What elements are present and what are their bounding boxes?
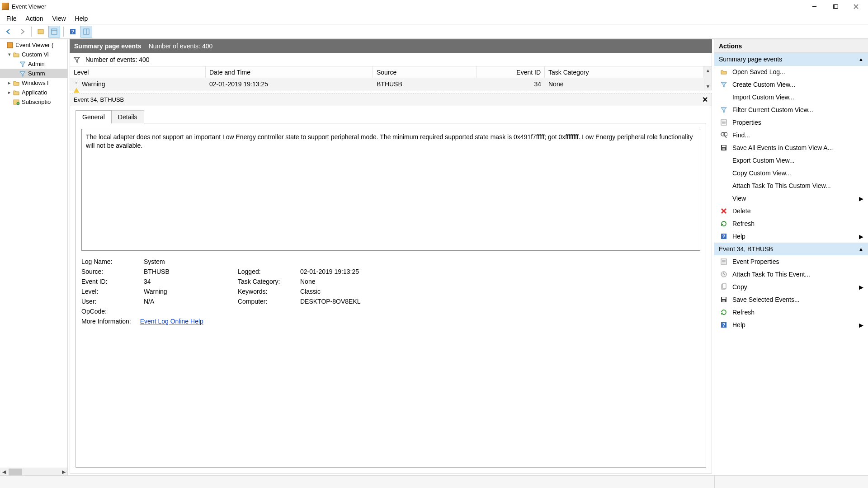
scroll-up-icon[interactable]: ▲ xyxy=(704,66,712,74)
action-label: Help xyxy=(732,321,745,328)
tree-pane: Event Viewer ( ▾Custom ViAdminSumm▸Windo… xyxy=(0,39,68,475)
scroll-thumb[interactable] xyxy=(9,469,22,475)
actions-section-summary[interactable]: Summary page events ▲ xyxy=(714,53,868,66)
delete-icon xyxy=(720,207,728,215)
tree-root[interactable]: Event Viewer ( xyxy=(0,40,67,50)
scroll-left-icon[interactable]: ◀ xyxy=(0,468,8,476)
props-icon xyxy=(720,258,728,266)
col-task[interactable]: Task Category xyxy=(545,66,704,78)
center-header: Summary page events Number of events: 40… xyxy=(70,39,712,53)
detail-tabs: General Details xyxy=(70,106,712,123)
eventid-value: 34 xyxy=(144,278,234,285)
sub-icon xyxy=(13,99,20,106)
tree-label: Event Viewer ( xyxy=(15,42,53,48)
action-item[interactable]: Export Custom View... xyxy=(714,154,868,167)
center-header-title: Summary page events xyxy=(74,42,142,50)
scroll-right-icon[interactable]: ▶ xyxy=(60,468,67,476)
action-item[interactable]: Attach Task To This Event... xyxy=(714,268,868,281)
menu-action[interactable]: Action xyxy=(21,13,48,24)
action-label: Help xyxy=(732,233,745,240)
computer-label: Computer: xyxy=(238,298,297,305)
taskcat-value: None xyxy=(300,278,418,285)
tab-details[interactable]: Details xyxy=(112,110,144,123)
logname-value: System xyxy=(144,258,234,265)
action-item[interactable]: View▶ xyxy=(714,192,868,205)
help-toolbar-button[interactable]: ? xyxy=(67,26,79,38)
detail-close-button[interactable]: ✕ xyxy=(702,95,708,104)
action-item[interactable]: Save All Events in Custom View A... xyxy=(714,141,868,154)
close-button[interactable] xyxy=(845,0,866,13)
actions-section-event[interactable]: Event 34, BTHUSB ▲ xyxy=(714,243,868,255)
menu-view[interactable]: View xyxy=(47,13,70,24)
table-row[interactable]: Warning 02-01-2019 19:13:25 BTHUSB 34 No… xyxy=(70,78,704,90)
svg-point-21 xyxy=(724,132,727,136)
action-item[interactable]: Refresh xyxy=(714,306,868,319)
tree-expander-icon[interactable]: ▾ xyxy=(6,52,13,57)
tree-item[interactable]: Subscriptio xyxy=(0,97,67,107)
tree-item[interactable]: Summ xyxy=(0,69,67,78)
action-item[interactable]: Find... xyxy=(714,129,868,141)
action-label: Properties xyxy=(732,119,761,126)
more-info-link[interactable]: Event Log Online Help xyxy=(140,318,203,325)
panes-toolbar-button[interactable] xyxy=(80,26,92,38)
action-item[interactable]: Attach Task To This Custom View... xyxy=(714,179,868,192)
tree-item[interactable]: ▸Applicatio xyxy=(0,88,67,97)
toolbar-separator xyxy=(63,27,64,37)
action-item[interactable]: Save Selected Events... xyxy=(714,293,868,306)
events-vscrollbar[interactable]: ▲ ▼ xyxy=(704,66,712,90)
app-icon xyxy=(2,3,9,10)
svg-rect-5 xyxy=(38,29,43,34)
action-item[interactable]: Import Custom View... xyxy=(714,91,868,103)
save-icon xyxy=(720,296,728,304)
col-source[interactable]: Source xyxy=(373,66,477,78)
action-item[interactable]: Copy▶ xyxy=(714,281,868,293)
minimize-button[interactable] xyxy=(804,0,825,13)
tree-item[interactable]: ▸Windows l xyxy=(0,78,67,88)
action-item[interactable]: Filter Current Custom View... xyxy=(714,103,868,116)
menu-help[interactable]: Help xyxy=(71,13,93,24)
properties-toolbar-button[interactable] xyxy=(48,26,60,38)
action-item[interactable]: Create Custom View... xyxy=(714,78,868,91)
action-item[interactable]: Event Properties xyxy=(714,255,868,268)
tree-item[interactable]: Admin xyxy=(0,59,67,69)
action-item[interactable]: Open Saved Log... xyxy=(714,66,868,78)
action-label: Refresh xyxy=(732,309,755,316)
action-label: Save All Events in Custom View A... xyxy=(732,144,833,151)
back-button[interactable] xyxy=(3,26,14,38)
action-item[interactable]: ?Help▶ xyxy=(714,230,868,243)
forward-button[interactable] xyxy=(16,26,28,38)
tree-label: Custom Vi xyxy=(22,51,49,58)
action-item[interactable]: Delete xyxy=(714,205,868,217)
warning-icon xyxy=(74,80,79,88)
action-item[interactable]: ?Help▶ xyxy=(714,319,868,331)
tree-expander-icon[interactable]: ▸ xyxy=(6,80,13,86)
tree-item[interactable]: ▾Custom Vi xyxy=(0,50,67,59)
show-tree-button[interactable] xyxy=(35,26,47,38)
maximize-button[interactable] xyxy=(825,0,845,13)
scroll-down-icon[interactable]: ▼ xyxy=(704,82,712,90)
action-item[interactable]: Refresh xyxy=(714,217,868,230)
filter-icon xyxy=(19,70,26,77)
detail-grid: Log Name: System Source: BTHUSB Logged: … xyxy=(81,258,700,315)
tree-label: Summ xyxy=(28,70,45,77)
action-item[interactable]: Copy Custom View... xyxy=(714,167,868,179)
action-label: Open Saved Log... xyxy=(732,68,785,75)
tree-hscrollbar[interactable]: ◀ ▶ xyxy=(0,468,67,475)
cell-datetime: 02-01-2019 19:13:25 xyxy=(206,80,373,88)
filter-icon[interactable] xyxy=(73,56,81,64)
tab-general[interactable]: General xyxy=(75,110,112,123)
window-title: Event Viewer xyxy=(12,3,46,10)
eventid-label: Event ID: xyxy=(81,278,140,285)
action-label: View xyxy=(732,195,746,202)
col-eventid[interactable]: Event ID xyxy=(477,66,545,78)
collapse-icon[interactable]: ▲ xyxy=(859,56,863,62)
action-item[interactable]: Properties xyxy=(714,116,868,129)
tree[interactable]: Event Viewer ( ▾Custom ViAdminSumm▸Windo… xyxy=(0,39,67,468)
col-datetime[interactable]: Date and Time xyxy=(206,66,373,78)
detail-body: The local adapter does not support an im… xyxy=(75,123,706,468)
col-level[interactable]: Level xyxy=(70,66,206,78)
tree-expander-icon[interactable]: ▸ xyxy=(6,89,13,95)
collapse-icon[interactable]: ▲ xyxy=(859,246,863,252)
menu-file[interactable]: File xyxy=(2,13,21,24)
level-value: Warning xyxy=(144,288,234,295)
